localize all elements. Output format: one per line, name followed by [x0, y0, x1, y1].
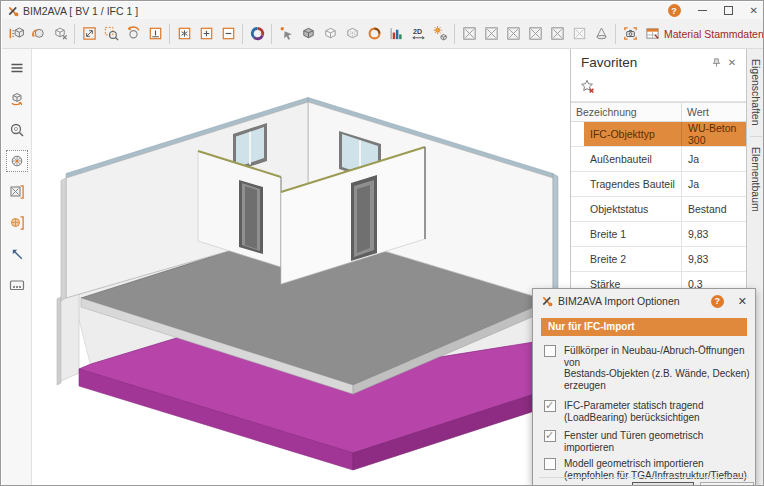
orbit-model-icon[interactable]	[6, 88, 28, 110]
left-wall-edge	[61, 178, 66, 301]
material-stammdaten-label: Material Stammdaten	[664, 28, 764, 40]
property-value: Ja	[682, 172, 746, 196]
zoom-in-icon[interactable]	[195, 22, 217, 46]
layer-box-5-icon[interactable]	[546, 22, 568, 46]
solid-display-icon[interactable]	[297, 22, 319, 46]
property-value: WU-Beton 300	[682, 122, 746, 146]
building-model[interactable]	[32, 49, 570, 486]
shading-mode-icon[interactable]	[429, 22, 451, 46]
app-logo-icon	[7, 5, 19, 17]
app-window: BIM2AVA [ BV 1 / IFC 1 ] ? ✕ 2D	[0, 0, 764, 486]
select-tool-icon[interactable]	[275, 22, 297, 46]
lower-left-wall-edge	[57, 297, 61, 385]
property-value: 9,83	[682, 247, 746, 271]
tab-eigenschaften[interactable]: Eigenschaften	[750, 49, 762, 137]
checkbox-icon[interactable]	[544, 430, 556, 442]
model-viewport[interactable]	[32, 49, 570, 486]
select-sphere-icon[interactable]	[6, 150, 28, 172]
app-logo-icon	[541, 295, 553, 307]
tab-elementbaum[interactable]: Elementbaum	[750, 137, 762, 222]
dialog-cancel-button[interactable]	[700, 482, 754, 486]
maximize-button[interactable]	[724, 6, 733, 15]
layer-box-3-icon[interactable]	[502, 22, 524, 46]
checkbox-icon[interactable]	[544, 458, 556, 470]
ring-tool-icon[interactable]	[363, 22, 385, 46]
checkbox-icon[interactable]	[544, 400, 556, 412]
zoom-star-icon[interactable]	[173, 22, 195, 46]
table-row[interactable]: Tragendes BauteilJa	[571, 172, 746, 197]
wireframe-display-icon[interactable]	[341, 22, 363, 46]
cone-tool-icon[interactable]	[590, 22, 612, 46]
zoom-window-icon[interactable]	[100, 22, 122, 46]
property-value: Ja	[682, 147, 746, 171]
menu-icon[interactable]	[6, 57, 28, 79]
layer-box-6-icon[interactable]	[568, 22, 590, 46]
dialog-title-bar: BIM2AVA Import Optionen ? ✕	[533, 289, 755, 313]
dialog-ok-button[interactable]	[632, 482, 694, 486]
table-row[interactable]: ObjektstatusBestand	[571, 197, 746, 222]
import-checkbox-1[interactable]: IFC-Parameter statisch tragend (LoadBear…	[544, 400, 755, 423]
model-import-icon[interactable]	[5, 22, 27, 46]
dimension-2d-icon[interactable]: 2D	[407, 22, 429, 46]
table-row[interactable]: Breite 19,83	[571, 222, 746, 247]
layer-box-4-icon[interactable]	[524, 22, 546, 46]
zoom-search-icon[interactable]	[6, 119, 28, 141]
fit-view-icon[interactable]	[78, 22, 100, 46]
left-tool-sidebar	[2, 49, 32, 486]
table-row[interactable]: Breite 29,83	[571, 247, 746, 272]
import-checkbox-2[interactable]: Fenster und Türen geometrisch importiere…	[544, 430, 755, 453]
property-name: Tragendes Bauteil	[584, 172, 682, 196]
pick-arrow-icon[interactable]	[6, 243, 28, 265]
material-stammdaten-dropdown[interactable]: Material Stammdaten ▾	[641, 24, 764, 43]
pin-icon[interactable]	[708, 55, 724, 71]
favorites-table-header[interactable]: Bezeichnung Wert	[571, 102, 746, 122]
layer-box-2-icon[interactable]	[480, 22, 502, 46]
column-wert: Wert	[682, 106, 746, 118]
property-name: Objektstatus	[584, 197, 682, 221]
ifc-import-banner: Nur für IFC-Import	[541, 318, 747, 336]
help-button[interactable]: ?	[668, 4, 681, 17]
property-name: Breite 1	[584, 222, 682, 246]
properties-box-icon[interactable]	[6, 274, 28, 296]
dialog-title: BIM2AVA Import Optionen	[558, 295, 711, 307]
rotate-view-icon[interactable]	[122, 22, 144, 46]
close-button[interactable]: ✕	[750, 6, 758, 16]
property-name: Außenbauteil	[584, 147, 682, 171]
property-value: Bestand	[682, 197, 746, 221]
material-table-icon	[645, 26, 660, 41]
checkbox-icon[interactable]	[544, 345, 556, 357]
box-filter-icon[interactable]	[6, 181, 28, 203]
sphere-filter-icon[interactable]	[6, 212, 28, 234]
wall-end-cap	[553, 174, 558, 305]
lower-left-wall[interactable]	[61, 291, 79, 381]
color-wheel-icon[interactable]	[246, 22, 268, 46]
zoom-out-icon[interactable]	[217, 22, 239, 46]
dialog-help-button[interactable]: ?	[711, 295, 724, 308]
favorites-table: Bezeichnung Wert IFC-ObjekttypWU-Beton 3…	[571, 102, 746, 297]
checkbox-label: Fenster und Türen geometrisch importiere…	[564, 430, 755, 453]
orbit-view-icon[interactable]	[27, 22, 49, 46]
table-row[interactable]: AußenbauteilJa	[571, 147, 746, 172]
property-name: IFC-Objekttyp	[584, 122, 682, 146]
panel-close-icon[interactable]: ✕	[724, 55, 740, 71]
column-bezeichnung: Bezeichnung	[571, 103, 682, 121]
chart-tool-icon[interactable]	[385, 22, 407, 46]
favorites-panel-title: Favoriten	[581, 55, 708, 70]
hide-object-icon[interactable]	[49, 22, 71, 46]
dialog-divider	[539, 477, 749, 478]
property-value: 9,83	[682, 222, 746, 246]
ghost-display-icon[interactable]	[319, 22, 341, 46]
screenshot-camera-icon[interactable]	[619, 22, 641, 46]
property-name: Breite 2	[584, 247, 682, 271]
import-checkbox-0[interactable]: Füllkörper in Neubau-/Abruch-Öffnungen v…	[544, 345, 755, 391]
minimize-button[interactable]	[698, 10, 707, 11]
remove-favorite-icon[interactable]	[579, 78, 596, 99]
window-title: BIM2AVA [ BV 1 / IFC 1 ]	[23, 5, 138, 17]
table-row[interactable]: IFC-ObjekttypWU-Beton 300	[571, 122, 746, 147]
title-bar: BIM2AVA [ BV 1 / IFC 1 ] ? ✕	[2, 2, 764, 19]
dialog-close-button[interactable]: ✕	[738, 295, 747, 308]
section-plane-icon[interactable]	[144, 22, 166, 46]
svg-text:2D: 2D	[413, 28, 422, 36]
layer-box-1-icon[interactable]	[458, 22, 480, 46]
checkbox-label: Füllkörper in Neubau-/Abruch-Öffnungen v…	[564, 345, 755, 391]
